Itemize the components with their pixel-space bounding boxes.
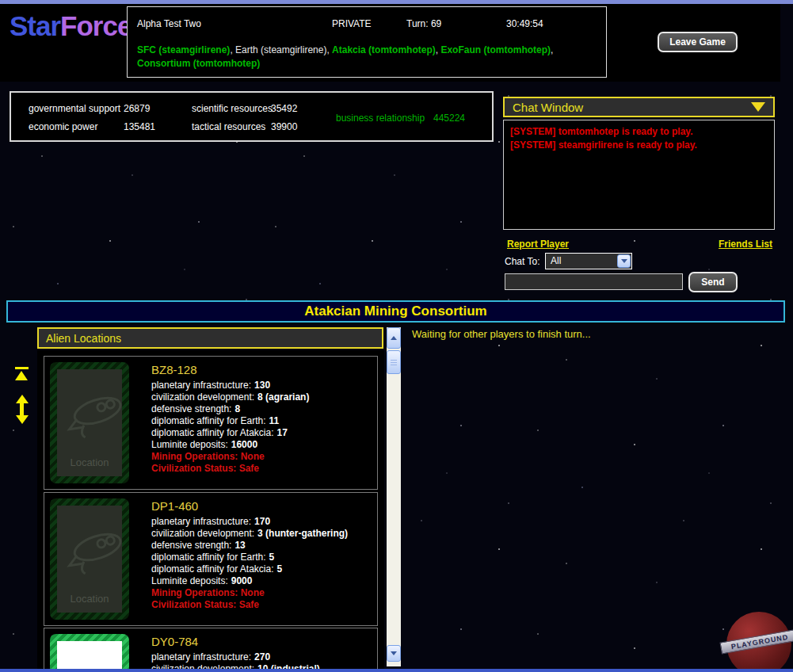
location-card-dp1-460[interactable]: Location DP1-460 planetary infrastructur… [44,492,378,626]
stat-line: planetary infrastructure:270 [151,651,373,663]
location-id: BZ8-128 [151,363,373,376]
chevron-down-icon [621,259,627,263]
location-card-face-image [50,634,129,672]
header: StarForce Alpha Test Two PRIVATE Turn: 6… [0,4,780,82]
alien-locations-header: Alien Locations [37,327,383,349]
civilization-status: Civilization Status: Safe [151,599,373,611]
chat-message: [SYSTEM] steamgirlirene is ready to play… [510,139,768,152]
stat-line: diplomatic affinity for Earth:5 [151,552,373,563]
rocket-icon [57,517,122,582]
location-card-bz8-128[interactable]: Location BZ8-128 planetary infrastructur… [44,356,378,490]
stat-line: Luminite deposits:16000 [151,439,373,451]
scrollbar-thumb[interactable] [387,350,401,374]
stat-line: Luminite deposits:9000 [151,575,373,587]
stat-line: diplomatic affinity for Atakcia:17 [151,427,373,439]
rocket-icon [57,381,122,445]
logo-star: Star [10,10,60,41]
chat-to-label: Chat To: [505,256,539,267]
game-privacy: PRIVATE [332,18,372,29]
location-card-back-image: Location [50,498,129,620]
business-relationship-label: business relationship [336,113,425,124]
chevron-down-icon [391,651,397,655]
stat-line: defensive strength:8 [151,403,373,415]
game-name: Alpha Test Two [137,18,201,29]
resource-stats-panel: governmental support 26879 economic powe… [10,91,494,142]
send-button[interactable]: Send [688,272,738,292]
chat-message: [SYSTEM] tomtomhotep is ready to play. [510,125,768,139]
location-card-label: Location [57,593,122,605]
leave-game-button[interactable]: Leave Game [658,32,738,52]
stat-line: diplomatic affinity for Atakcia:5 [151,563,373,575]
alien-locations-list: Location BZ8-128 planetary infrastructur… [37,350,384,672]
chat-message-input[interactable] [505,273,683,290]
location-id: DY0-784 [151,635,373,648]
chevron-up-icon [391,336,397,340]
civilization-status: Civilization Status: Safe [151,463,373,475]
scrollbar-grip-icon [391,360,397,365]
player-name: ExoFaun (tomtomhotep) [440,44,551,55]
stat-line: diplomatic affinity for Earth:11 [151,415,373,427]
scrollbar-down-button[interactable] [387,645,401,662]
stat-line: civilization development:8 (agrarian) [151,391,373,403]
scientific-resources-value: 35492 [271,103,297,114]
consortium-title-bar: Atakcian Mining Consortium [6,300,785,323]
chat-to-select[interactable]: All [545,253,632,269]
business-relationship-value: 445224 [433,113,465,124]
chat-message-area[interactable]: [SYSTEM] tomtomhotep is ready to play. [… [503,120,775,230]
tactical-resources-value: 39900 [271,121,297,132]
starforce-game-page: StarForce Alpha Test Two PRIVATE Turn: 6… [0,0,793,672]
location-card-label: Location [57,456,122,468]
stat-line: planetary infrastructure:130 [151,380,373,391]
bottom-frame-bar [0,669,793,672]
locations-scrollbar[interactable] [387,327,401,666]
logo-force: Force [60,10,132,41]
mining-operations-status: Mining Operations: None [151,451,373,463]
player-name: SFC (steamgirlirene) [137,44,230,55]
starforce-logo: StarForce [10,10,132,42]
tactical-resources-label: tactical resources [192,121,265,132]
chat-collapse-icon[interactable] [751,102,765,112]
stat-line: defensive strength:13 [151,540,373,552]
location-card-back-image: Location [50,362,129,483]
scientific-resources-label: scientific resources [192,103,273,114]
chat-to-selected-value: All [551,255,561,266]
player-name: Consortium (tomtomhotep) [137,58,260,69]
chat-window-header: Chat Window [503,97,775,117]
player-list: SFC (steamgirlirene), Earth (steamgirlir… [137,44,600,71]
location-card-dy0-784[interactable]: DY0-784 planetary infrastructure:270 civ… [44,628,378,672]
governmental-support-label: governmental support [29,103,120,114]
select-dropdown-button[interactable] [617,254,631,268]
chat-window-title: Chat Window [513,101,583,114]
game-clock: 30:49:54 [506,18,543,29]
scroll-to-top-icon[interactable] [15,367,29,380]
mining-operations-status: Mining Operations: None [151,587,373,599]
location-id: DP1-460 [151,499,373,513]
player-name: Earth (steamgirlirene) [235,44,326,55]
scroll-updown-icon[interactable] [15,395,29,424]
stat-line: civilization development:3 (hunter-gathe… [151,528,373,540]
friends-list-link[interactable]: Friends List [719,239,772,250]
turn-counter: Turn: 69 [406,18,441,29]
scrollbar-up-button[interactable] [387,327,401,349]
economic-power-label: economic power [29,121,97,132]
governmental-support-value: 26879 [124,103,150,114]
stat-line: planetary infrastructure:170 [151,516,373,528]
economic-power-value: 135481 [124,121,155,132]
game-info-box: Alpha Test Two PRIVATE Turn: 69 30:49:54… [127,6,607,78]
waiting-status-text: Waiting for other players to finish turn… [412,328,591,340]
report-player-link[interactable]: Report Player [507,239,569,250]
playground-watermark: PLAYGROUND [726,612,791,672]
player-name: Atakcia (tomtomhotep) [332,44,436,55]
